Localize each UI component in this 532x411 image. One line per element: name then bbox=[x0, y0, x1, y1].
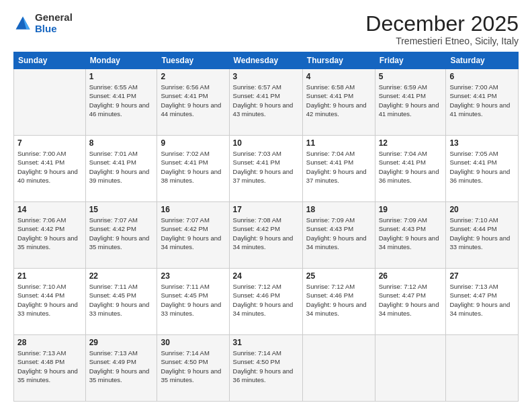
day-number: 6 bbox=[449, 72, 515, 81]
day-number: 30 bbox=[161, 338, 225, 347]
day-info: Sunrise: 7:06 AMSunset: 4:42 PMDaylight:… bbox=[17, 216, 82, 251]
day-number: 12 bbox=[379, 138, 443, 148]
table-cell: 30Sunrise: 7:14 AMSunset: 4:50 PMDayligh… bbox=[157, 335, 229, 402]
day-info: Sunrise: 7:12 AMSunset: 4:46 PMDaylight:… bbox=[306, 282, 371, 318]
location: Tremestieri Etneo, Sicily, Italy bbox=[365, 36, 519, 46]
day-number: 5 bbox=[379, 72, 443, 81]
col-wednesday: Wednesday bbox=[229, 52, 302, 69]
day-info: Sunrise: 7:12 AMSunset: 4:46 PMDaylight:… bbox=[233, 282, 299, 318]
day-info: Sunrise: 7:09 AMSunset: 4:43 PMDaylight:… bbox=[379, 216, 443, 251]
day-number: 24 bbox=[233, 271, 299, 281]
header-row: Sunday Monday Tuesday Wednesday Thursday… bbox=[14, 52, 519, 69]
day-number: 20 bbox=[449, 205, 515, 214]
calendar-row: 28Sunrise: 7:13 AMSunset: 4:48 PMDayligh… bbox=[14, 335, 519, 402]
table-cell: 29Sunrise: 7:13 AMSunset: 4:49 PMDayligh… bbox=[85, 335, 157, 402]
table-cell: 24Sunrise: 7:12 AMSunset: 4:46 PMDayligh… bbox=[229, 269, 302, 335]
day-info: Sunrise: 7:13 AMSunset: 4:49 PMDaylight:… bbox=[89, 349, 154, 384]
header-right: December 2025 Tremestieri Etneo, Sicily,… bbox=[365, 12, 519, 46]
day-info: Sunrise: 7:13 AMSunset: 4:47 PMDaylight:… bbox=[449, 282, 515, 318]
day-info: Sunrise: 6:57 AMSunset: 4:41 PMDaylight:… bbox=[233, 83, 299, 118]
day-info: Sunrise: 7:00 AMSunset: 4:41 PMDaylight:… bbox=[449, 83, 515, 118]
day-info: Sunrise: 7:04 AMSunset: 4:41 PMDaylight:… bbox=[306, 149, 371, 185]
table-cell: 8Sunrise: 7:01 AMSunset: 4:41 PMDaylight… bbox=[85, 136, 157, 202]
day-info: Sunrise: 6:55 AMSunset: 4:41 PMDaylight:… bbox=[89, 83, 154, 118]
calendar-row: 21Sunrise: 7:10 AMSunset: 4:44 PMDayligh… bbox=[14, 269, 519, 335]
table-cell: 15Sunrise: 7:07 AMSunset: 4:42 PMDayligh… bbox=[85, 202, 157, 269]
day-info: Sunrise: 7:01 AMSunset: 4:41 PMDaylight:… bbox=[89, 149, 154, 185]
table-cell bbox=[302, 335, 375, 402]
table-cell: 31Sunrise: 7:14 AMSunset: 4:50 PMDayligh… bbox=[229, 335, 302, 402]
day-number: 9 bbox=[161, 138, 225, 148]
day-number: 16 bbox=[161, 205, 225, 214]
day-info: Sunrise: 7:14 AMSunset: 4:50 PMDaylight:… bbox=[233, 349, 299, 384]
day-info: Sunrise: 7:00 AMSunset: 4:41 PMDaylight:… bbox=[17, 149, 82, 185]
table-cell bbox=[14, 69, 86, 136]
day-number: 11 bbox=[306, 138, 371, 148]
logo-blue: Blue bbox=[35, 24, 73, 35]
day-info: Sunrise: 7:05 AMSunset: 4:41 PMDaylight:… bbox=[449, 149, 515, 185]
table-cell: 17Sunrise: 7:08 AMSunset: 4:42 PMDayligh… bbox=[229, 202, 302, 269]
day-info: Sunrise: 7:11 AMSunset: 4:45 PMDaylight:… bbox=[89, 282, 154, 318]
day-info: Sunrise: 7:02 AMSunset: 4:41 PMDaylight:… bbox=[161, 149, 225, 185]
day-number: 22 bbox=[89, 271, 154, 281]
day-info: Sunrise: 7:10 AMSunset: 4:44 PMDaylight:… bbox=[449, 216, 515, 251]
col-monday: Monday bbox=[85, 52, 157, 69]
table-cell: 1Sunrise: 6:55 AMSunset: 4:41 PMDaylight… bbox=[85, 69, 157, 136]
logo: General Blue bbox=[13, 12, 73, 34]
table-cell: 16Sunrise: 7:07 AMSunset: 4:42 PMDayligh… bbox=[157, 202, 229, 269]
col-friday: Friday bbox=[375, 52, 446, 69]
day-info: Sunrise: 7:11 AMSunset: 4:45 PMDaylight:… bbox=[161, 282, 225, 318]
table-cell: 14Sunrise: 7:06 AMSunset: 4:42 PMDayligh… bbox=[14, 202, 86, 269]
day-info: Sunrise: 7:07 AMSunset: 4:42 PMDaylight:… bbox=[161, 216, 225, 251]
day-number: 26 bbox=[379, 271, 443, 281]
col-sunday: Sunday bbox=[14, 52, 86, 69]
day-info: Sunrise: 7:07 AMSunset: 4:42 PMDaylight:… bbox=[89, 216, 154, 251]
table-cell bbox=[446, 335, 519, 402]
day-info: Sunrise: 6:56 AMSunset: 4:41 PMDaylight:… bbox=[161, 83, 225, 118]
day-info: Sunrise: 7:14 AMSunset: 4:50 PMDaylight:… bbox=[161, 349, 225, 384]
table-cell: 19Sunrise: 7:09 AMSunset: 4:43 PMDayligh… bbox=[375, 202, 446, 269]
table-cell: 25Sunrise: 7:12 AMSunset: 4:46 PMDayligh… bbox=[302, 269, 375, 335]
day-number: 1 bbox=[89, 72, 154, 81]
table-cell: 28Sunrise: 7:13 AMSunset: 4:48 PMDayligh… bbox=[14, 335, 86, 402]
day-number: 2 bbox=[161, 72, 225, 81]
col-tuesday: Tuesday bbox=[157, 52, 229, 69]
table-cell: 3Sunrise: 6:57 AMSunset: 4:41 PMDaylight… bbox=[229, 69, 302, 136]
col-saturday: Saturday bbox=[446, 52, 519, 69]
day-number: 13 bbox=[449, 138, 515, 148]
day-number: 14 bbox=[17, 205, 82, 214]
day-number: 31 bbox=[233, 338, 299, 347]
day-number: 29 bbox=[89, 338, 154, 347]
table-cell: 12Sunrise: 7:04 AMSunset: 4:41 PMDayligh… bbox=[375, 136, 446, 202]
calendar-table: Sunday Monday Tuesday Wednesday Thursday… bbox=[13, 52, 519, 402]
day-number: 10 bbox=[233, 138, 299, 148]
day-info: Sunrise: 7:09 AMSunset: 4:43 PMDaylight:… bbox=[306, 216, 371, 251]
page: General Blue December 2025 Tremestieri E… bbox=[0, 0, 532, 411]
table-cell: 11Sunrise: 7:04 AMSunset: 4:41 PMDayligh… bbox=[302, 136, 375, 202]
table-cell: 2Sunrise: 6:56 AMSunset: 4:41 PMDaylight… bbox=[157, 69, 229, 136]
table-cell: 21Sunrise: 7:10 AMSunset: 4:44 PMDayligh… bbox=[14, 269, 86, 335]
day-number: 19 bbox=[379, 205, 443, 214]
table-cell: 13Sunrise: 7:05 AMSunset: 4:41 PMDayligh… bbox=[446, 136, 519, 202]
day-number: 21 bbox=[17, 271, 82, 281]
table-cell: 4Sunrise: 6:58 AMSunset: 4:41 PMDaylight… bbox=[302, 69, 375, 136]
table-cell bbox=[375, 335, 446, 402]
table-cell: 5Sunrise: 6:59 AMSunset: 4:41 PMDaylight… bbox=[375, 69, 446, 136]
top-section: General Blue December 2025 Tremestieri E… bbox=[13, 12, 519, 46]
day-info: Sunrise: 7:13 AMSunset: 4:48 PMDaylight:… bbox=[17, 349, 82, 384]
day-info: Sunrise: 7:10 AMSunset: 4:44 PMDaylight:… bbox=[17, 282, 82, 318]
day-number: 3 bbox=[233, 72, 299, 81]
logo-general: General bbox=[35, 12, 73, 24]
day-info: Sunrise: 7:12 AMSunset: 4:47 PMDaylight:… bbox=[379, 282, 443, 318]
calendar-row: 7Sunrise: 7:00 AMSunset: 4:41 PMDaylight… bbox=[14, 136, 519, 202]
day-number: 4 bbox=[306, 72, 371, 81]
table-cell: 20Sunrise: 7:10 AMSunset: 4:44 PMDayligh… bbox=[446, 202, 519, 269]
table-cell: 6Sunrise: 7:00 AMSunset: 4:41 PMDaylight… bbox=[446, 69, 519, 136]
day-number: 18 bbox=[306, 205, 371, 214]
table-cell: 18Sunrise: 7:09 AMSunset: 4:43 PMDayligh… bbox=[302, 202, 375, 269]
table-cell: 10Sunrise: 7:03 AMSunset: 4:41 PMDayligh… bbox=[229, 136, 302, 202]
day-number: 23 bbox=[161, 271, 225, 281]
table-cell: 7Sunrise: 7:00 AMSunset: 4:41 PMDaylight… bbox=[14, 136, 86, 202]
day-number: 27 bbox=[449, 271, 515, 281]
day-info: Sunrise: 7:04 AMSunset: 4:41 PMDaylight:… bbox=[379, 149, 443, 185]
